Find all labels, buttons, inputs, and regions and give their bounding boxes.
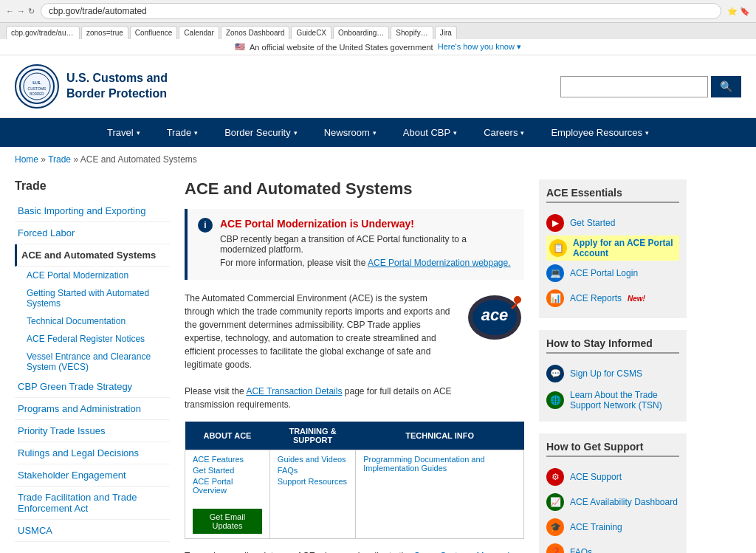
browser-tab-7[interactable]: Shopify… [391,26,433,39]
browser-nav-icons[interactable]: ←→↻ [6,7,35,16]
sidebar-item-trade-facilitation[interactable]: Trade Facilitation and Trade Enforcement… [15,487,170,520]
sidebar-item-programs[interactable]: Programs and Administration [15,398,170,420]
nav-newsroom[interactable]: Newsroom▾ [311,118,390,147]
availability-icon: 📈 [546,493,564,511]
alert-icon: i [198,218,213,233]
sidebar-sub-vecs[interactable]: Vessel Entrance and Clearance System (VE… [15,348,170,376]
apply-ace-portal-link[interactable]: 📋 Apply for an ACE Portal Account [546,236,679,261]
ace-training-link[interactable]: 🎓 ACE Training [546,515,679,540]
svg-text:U.S.: U.S. [32,80,41,85]
ace-support-link[interactable]: ⚙ ACE Support [546,464,679,490]
get-started-essential-link[interactable]: ▶ Get Started [546,210,679,236]
sidebar-title: Trade [15,179,170,193]
search-button[interactable]: 🔍 [711,76,741,97]
alert-title: ACE Portal Modernization is Underway! [220,218,514,230]
ace-portal-login-link[interactable]: 💻 ACE Portal Login [546,261,679,286]
nav-border-security[interactable]: Border Security▾ [211,118,311,147]
breadcrumb-current: ACE and Automated Systems [80,154,197,165]
browser-tab-1[interactable]: zonos=true [81,26,128,39]
nav-employee-resources[interactable]: Employee Resources▾ [537,118,662,147]
faqs-link[interactable]: FAQs [278,466,348,475]
nav-travel[interactable]: Travel▾ [94,118,154,147]
browser-tab-active[interactable]: cbp.gov/trade/automat… [6,26,80,39]
browser-tab-6[interactable]: Onboarding… [333,26,389,39]
sidebar-sub-tech-docs[interactable]: Technical Documentation [15,312,170,330]
ace-reports-link[interactable]: 📊 ACE Reports New! [546,286,679,311]
url-bar[interactable]: cbp.gov/trade/automated [41,3,721,19]
table-header-training: TRAINING & SUPPORT [269,422,355,450]
transaction-para: Please visit the ACE Transaction Details… [185,385,455,411]
ace-availability-link[interactable]: 📈 ACE Availability Dashboard [546,490,679,515]
main-content: ACE and Automated Systems i ACE Portal M… [185,172,524,553]
training-icon: 🎓 [546,518,564,536]
ace-features-link[interactable]: ACE Features [193,455,262,464]
right-sidebar: ACE Essentials ▶ Get Started 📋 Apply for… [539,172,687,553]
browser-tab-4[interactable]: Zonos Dashboard [221,26,290,39]
faqs-support-link[interactable]: ❓ FAQs [546,540,679,553]
browser-tab-3[interactable]: Calendar [179,26,219,39]
svg-text:ace: ace [481,306,508,324]
page-title: ACE and Automated Systems [185,179,524,199]
sidebar-sub-federal-notices[interactable]: ACE Federal Register Notices [15,330,170,348]
browser-tab-5[interactable]: GuideCX [291,26,331,39]
sidebar-item-green-trade[interactable]: CBP Green Trade Strategy [15,376,170,398]
ace-portal-mod-link[interactable]: ACE Portal Modernization webpage. [368,258,510,268]
svg-text:CUSTOMS: CUSTOMS [28,86,47,91]
table-cell-about: ACE Features Get Started ACE Portal Over… [185,450,270,539]
guides-videos-link[interactable]: Guides and Videos [278,455,348,464]
sidebar-item-basic-importing[interactable]: Basic Importing and Exporting [15,200,170,222]
ace-intro-text: The Automated Commercial Environment (AC… [185,292,455,411]
alert-content: ACE Portal Modernization is Underway! CB… [220,218,514,271]
nav-trade[interactable]: Trade▾ [154,118,211,147]
get-email-updates-btn[interactable]: Get Email Updates [193,509,262,534]
browser-bar: ←→↻ cbp.gov/trade/automated ⭐ 🔖 [0,0,756,23]
sidebar-item-priority[interactable]: Priority Trade Issues [15,420,170,442]
sidebar-item-stakeholder[interactable]: Stakeholder Engagement [15,464,170,487]
official-banner: 🇺🇸 An official website of the United Sta… [0,39,756,55]
breadcrumb: Home » Trade » ACE and Automated Systems [0,147,756,172]
subscribe-para: To receive email updates on ACE, please … [185,549,524,553]
table-header-about: ABOUT ACE [185,422,270,450]
nav-about-cbp[interactable]: About CBP▾ [390,118,470,147]
sidebar: Trade Basic Importing and Exporting Forc… [15,172,170,553]
cbp-logo: U.S. CUSTOMS BORDER [15,64,59,109]
sidebar-item-rulings[interactable]: Rulings and Legal Decisions [15,442,170,464]
logo-text: U.S. Customs and Border Protection [66,71,168,102]
ace-essentials-panel: ACE Essentials ▶ Get Started 📋 Apply for… [539,179,687,318]
ace-portal-overview-link[interactable]: ACE Portal Overview [193,477,262,495]
nav-careers[interactable]: Careers▾ [470,118,537,147]
table-header-technical: TECHNICAL INFO [356,422,524,450]
get-started-icon: ▶ [546,214,564,232]
browser-tab-8[interactable]: Jira [435,26,457,39]
svg-point-8 [514,296,521,303]
intro-para: The Automated Commercial Environment (AC… [185,292,455,371]
breadcrumb-trade[interactable]: Trade [48,154,71,165]
sidebar-sub-getting-started[interactable]: Getting Started with Automated Systems [15,284,170,312]
logo-area: U.S. CUSTOMS BORDER U.S. Customs and Bor… [15,64,168,109]
sidebar-sub-ace-portal-mod[interactable]: ACE Portal Modernization [15,267,170,284]
support-resources-link[interactable]: Support Resources [278,477,348,486]
stay-informed-title: How to Stay Informed [546,337,679,354]
svg-text:BORDER: BORDER [30,92,44,96]
sidebar-item-forced-labor[interactable]: Forced Labor [15,222,170,244]
search-input[interactable] [560,76,708,97]
table-cell-technical: Programming Documentation and Implementa… [356,450,524,539]
how-you-know-link[interactable]: Here's how you know ▾ [438,42,521,52]
sidebar-item-usmca[interactable]: USMCA [15,520,170,542]
breadcrumb-home[interactable]: Home [15,154,38,165]
browser-tab-2[interactable]: Confluence [130,26,178,39]
flag-icon: 🇺🇸 [235,42,245,52]
alert-para2: For more information, please visit the A… [220,258,514,268]
trade-support-network-link[interactable]: 🌐 Learn About the Trade Support Network … [546,386,679,414]
new-badge: New! [628,295,645,303]
tsn-icon: 🌐 [546,391,564,409]
info-table: ABOUT ACE TRAINING & SUPPORT TECHNICAL I… [185,422,524,539]
sign-up-csms-link[interactable]: 💬 Sign Up for CSMS [546,361,679,386]
get-started-link[interactable]: Get Started [193,466,262,475]
ace-portal-login-icon: 💻 [546,264,564,282]
sidebar-item-ace[interactable]: ACE and Automated Systems [15,244,170,267]
ace-transaction-link[interactable]: ACE Transaction Details [246,386,342,396]
stay-informed-panel: How to Stay Informed 💬 Sign Up for CSMS … [539,330,687,422]
programming-docs-link[interactable]: Programming Documentation and Implementa… [363,455,516,473]
main-nav: Travel▾ Trade▾ Border Security▾ Newsroom… [0,118,756,147]
